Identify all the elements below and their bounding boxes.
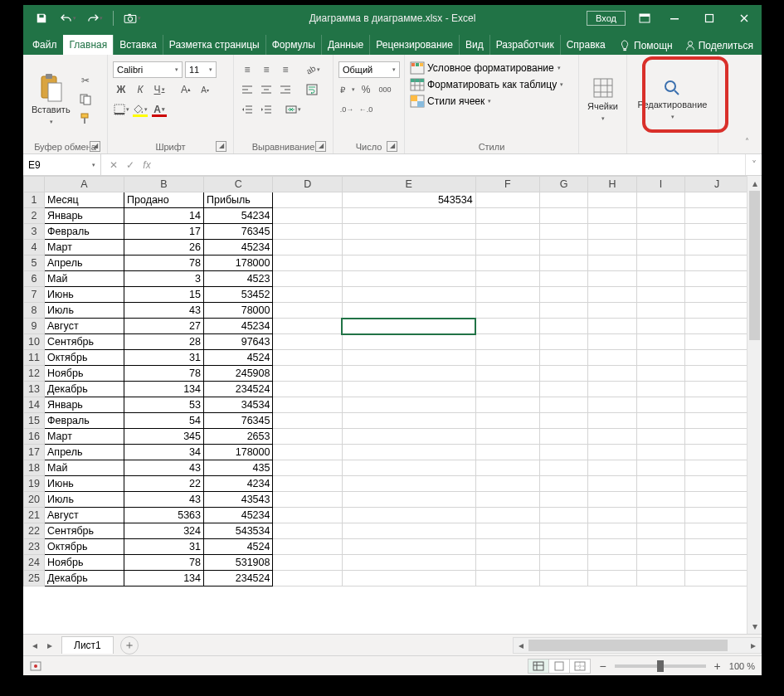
cell-J1[interactable] — [685, 192, 747, 208]
cell-B24[interactable]: 78 — [124, 555, 204, 571]
cell-I10[interactable] — [636, 334, 684, 350]
cell-J22[interactable] — [685, 523, 747, 539]
col-header-G[interactable]: G — [539, 177, 587, 192]
fx-icon[interactable]: fx — [139, 159, 154, 171]
cell-H4[interactable] — [588, 240, 636, 256]
cell-D13[interactable] — [273, 382, 342, 397]
cell-C12[interactable]: 245908 — [204, 366, 273, 382]
cell-A15[interactable]: Февраль — [45, 413, 124, 429]
cell-J6[interactable] — [685, 271, 747, 287]
bold-button[interactable]: Ж — [113, 81, 129, 98]
col-header-I[interactable]: I — [636, 177, 684, 192]
row-header-6[interactable]: 6 — [24, 271, 45, 287]
cell-B14[interactable]: 53 — [124, 397, 204, 413]
enter-formula-icon[interactable]: ✓ — [123, 159, 138, 171]
cell-E8[interactable] — [342, 303, 475, 319]
cell-C11[interactable]: 4524 — [204, 350, 273, 366]
cell-H18[interactable] — [588, 460, 636, 476]
cell-B16[interactable]: 345 — [124, 429, 204, 445]
cell-C19[interactable]: 4234 — [204, 476, 273, 492]
cell-H25[interactable] — [588, 571, 636, 586]
cell-D2[interactable] — [273, 208, 342, 224]
tab-help[interactable]: Справка — [560, 35, 611, 55]
cell-D9[interactable] — [273, 319, 342, 334]
cell-H3[interactable] — [588, 224, 636, 240]
cell-F21[interactable] — [475, 508, 539, 523]
cell-C15[interactable]: 76345 — [204, 413, 273, 429]
cell-A25[interactable]: Декабрь — [45, 571, 124, 586]
cell-G15[interactable] — [539, 413, 587, 429]
cell-H22[interactable] — [588, 523, 636, 539]
cell-I24[interactable] — [636, 555, 684, 571]
maximize-button[interactable] — [692, 5, 727, 32]
cell-D19[interactable] — [273, 476, 342, 492]
cell-H23[interactable] — [588, 539, 636, 555]
cell-G2[interactable] — [539, 208, 587, 224]
cell-C18[interactable]: 435 — [204, 460, 273, 476]
cell-styles-button[interactable]: Стили ячеек▾ — [410, 95, 573, 108]
cell-B9[interactable]: 27 — [124, 319, 204, 334]
cell-E12[interactable] — [342, 366, 475, 382]
cell-E5[interactable] — [342, 256, 475, 271]
sheet-nav-prev-icon[interactable]: ◂ — [28, 640, 41, 651]
format-as-table-button[interactable]: Форматировать как таблицу▾ — [410, 78, 573, 91]
col-header-H[interactable]: H — [588, 177, 636, 192]
cell-H17[interactable] — [588, 445, 636, 460]
row-header-8[interactable]: 8 — [24, 303, 45, 319]
cell-J7[interactable] — [685, 287, 747, 303]
cell-G6[interactable] — [539, 271, 587, 287]
cell-C4[interactable]: 45234 — [204, 240, 273, 256]
cell-H7[interactable] — [588, 287, 636, 303]
scroll-right-icon[interactable]: ▸ — [746, 638, 761, 653]
cell-J11[interactable] — [685, 350, 747, 366]
cell-F24[interactable] — [475, 555, 539, 571]
cell-H10[interactable] — [588, 334, 636, 350]
alignment-dialog-launcher[interactable]: ◢ — [315, 141, 326, 152]
cell-I5[interactable] — [636, 256, 684, 271]
cell-D18[interactable] — [273, 460, 342, 476]
cell-A13[interactable]: Декабрь — [45, 382, 124, 397]
cell-G8[interactable] — [539, 303, 587, 319]
number-dialog-launcher[interactable]: ◢ — [387, 141, 397, 152]
increase-indent-icon[interactable] — [258, 101, 275, 118]
cell-E21[interactable] — [342, 508, 475, 523]
tab-page-layout[interactable]: Разметка страницы — [163, 35, 265, 55]
conditional-formatting-button[interactable]: Условное форматирование▾ — [410, 61, 573, 75]
row-header-10[interactable]: 10 — [24, 334, 45, 350]
cell-C23[interactable]: 4524 — [204, 539, 273, 555]
cell-I16[interactable] — [636, 429, 684, 445]
cell-F2[interactable] — [475, 208, 539, 224]
row-header-13[interactable]: 13 — [24, 382, 45, 397]
row-header-7[interactable]: 7 — [24, 287, 45, 303]
align-top-icon[interactable]: ≡ — [239, 61, 256, 78]
cell-A1[interactable]: Месяц — [45, 192, 124, 208]
cell-G3[interactable] — [539, 224, 587, 240]
font-dialog-launcher[interactable]: ◢ — [216, 141, 226, 152]
cell-I25[interactable] — [636, 571, 684, 586]
expand-formula-bar-icon[interactable]: ˅ — [745, 154, 762, 175]
cell-J17[interactable] — [685, 445, 747, 460]
zoom-slider[interactable] — [615, 664, 706, 668]
cell-C9[interactable]: 45234 — [204, 319, 273, 334]
tab-data[interactable]: Данные — [321, 35, 369, 55]
cell-B25[interactable]: 134 — [124, 571, 204, 586]
row-header-9[interactable]: 9 — [24, 319, 45, 334]
cell-G5[interactable] — [539, 256, 587, 271]
cell-F23[interactable] — [475, 539, 539, 555]
tab-file[interactable]: Файл — [27, 35, 63, 55]
align-right-icon[interactable] — [277, 81, 294, 98]
cell-F8[interactable] — [475, 303, 539, 319]
font-name-selector[interactable]: Calibri▾ — [113, 61, 183, 78]
tab-formulas[interactable]: Формулы — [265, 35, 321, 55]
cell-B12[interactable]: 78 — [124, 366, 204, 382]
col-header-C[interactable]: C — [204, 177, 273, 192]
cell-E24[interactable] — [342, 555, 475, 571]
cell-A20[interactable]: Июль — [45, 492, 124, 508]
cell-G1[interactable] — [539, 192, 587, 208]
cell-H6[interactable] — [588, 271, 636, 287]
collapse-ribbon-icon[interactable]: ˄ — [745, 137, 758, 150]
cell-A12[interactable]: Ноябрь — [45, 366, 124, 382]
cell-G18[interactable] — [539, 460, 587, 476]
cell-D14[interactable] — [273, 397, 342, 413]
cell-G24[interactable] — [539, 555, 587, 571]
